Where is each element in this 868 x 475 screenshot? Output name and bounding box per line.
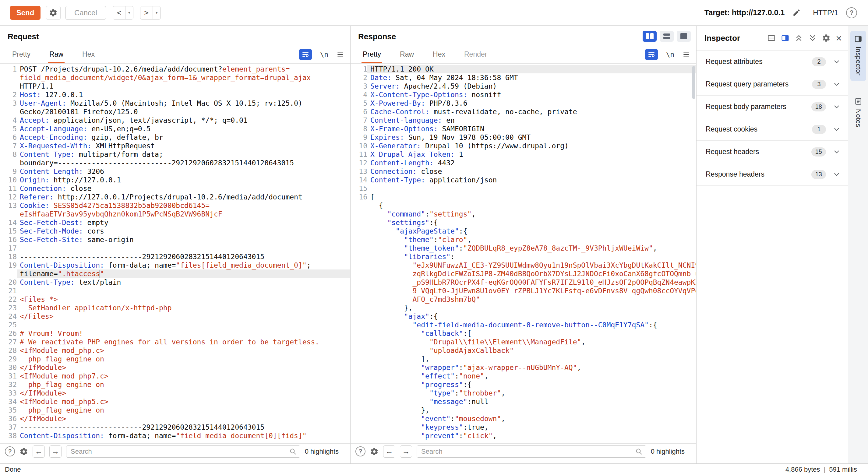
code-text[interactable] (367, 184, 696, 193)
code-line[interactable]: 28<IfModule mod_php.c> (0, 346, 350, 355)
send-button[interactable]: Send (10, 6, 40, 20)
code-text[interactable]: }, (367, 406, 696, 414)
code-text[interactable]: SetHandler application/x-httpd-php (17, 304, 350, 312)
layout-single-button[interactable] (677, 31, 691, 42)
layout-rows-button[interactable] (660, 31, 674, 42)
code-text[interactable]: "command":"settings", (367, 210, 696, 218)
tab-pretty[interactable]: Pretty (11, 45, 32, 63)
inspector-section-request-attributes[interactable]: Request attributes2 (696, 51, 848, 73)
code-line[interactable]: 36</IfModule> (0, 414, 350, 423)
request-search-input[interactable] (66, 445, 300, 457)
code-text[interactable]: X-Requested-With: XMLHttpRequest (17, 141, 350, 150)
code-line[interactable]: "uploadAjaxCallback" (350, 346, 696, 355)
code-line[interactable]: 21 (0, 287, 350, 295)
code-line[interactable]: "libraries": (350, 252, 696, 261)
edit-target-button[interactable] (793, 8, 801, 17)
response-editor[interactable]: 1HTTP/1.1 200 OK2Date: Sat, 04 May 2024 … (350, 64, 696, 443)
code-text[interactable]: zqRlkgDdlcFWZoISJP8-ZM40dBBQoOrbX7DYsLJ2… (367, 270, 696, 278)
back-button[interactable]: < (113, 6, 125, 19)
code-line[interactable]: 22<Files *> (0, 295, 350, 304)
code-text[interactable]: <Files *> (17, 295, 350, 304)
code-line[interactable]: 5X-Powered-By: PHP/8.3.6 (350, 99, 696, 107)
code-line[interactable]: 10Origin: http://127.0.0.1 (0, 176, 350, 184)
next-match-button[interactable]: → (49, 445, 62, 457)
code-text[interactable]: php_flag engine on (17, 380, 350, 389)
code-line[interactable]: AFQ_c7md3shm7bQ" (350, 295, 696, 304)
code-text[interactable]: <IfModule mod_php7.c> (17, 372, 350, 380)
code-line[interactable]: 4X-Content-Type-Options: nosniff (350, 90, 696, 99)
inspector-section-request-body-parameters[interactable]: Request body parameters18 (696, 96, 848, 118)
code-line[interactable]: field_media_document/widget/0&ajax_form=… (0, 73, 350, 82)
code-text[interactable]: }, (367, 304, 696, 312)
code-text[interactable]: </IfModule> (17, 389, 350, 398)
code-text[interactable]: Accept-Language: en-US,en;q=0.5 (17, 125, 350, 133)
collapse-all-button[interactable] (795, 34, 803, 42)
code-text[interactable]: "ajaxPageState":{ (367, 227, 696, 235)
code-line[interactable]: 14Sec-Fetch-Dest: empty (0, 218, 350, 227)
inspector-layout-columns-button[interactable] (781, 34, 789, 42)
code-text[interactable]: X-Powered-By: PHP/8.3.6 (367, 99, 696, 107)
code-text[interactable]: "ajax":{ (367, 312, 696, 321)
code-text[interactable]: -----------------------------29212920602… (17, 423, 350, 432)
code-line[interactable]: 19Content-Disposition: form-data; name="… (0, 261, 350, 270)
code-text[interactable]: HTTP/1.1 200 OK (367, 65, 696, 73)
code-line[interactable]: 16[ (350, 193, 696, 201)
code-text[interactable]: "keypress":true, (367, 423, 696, 432)
code-line[interactable]: 27# We reactivate PHP engines for all ve… (0, 338, 350, 346)
code-line[interactable]: 12Referer: http://127.0.0.1/Projects/dru… (0, 193, 350, 201)
code-line[interactable]: }, (350, 406, 696, 414)
response-search-input[interactable] (416, 445, 646, 457)
code-line[interactable]: 3Server: Apache/2.4.59 (Debian) (350, 82, 696, 90)
code-text[interactable]: Accept-Encoding: gzip, deflate, br (17, 133, 350, 141)
code-text[interactable]: X-Generator: Drupal 10 (https://www.drup… (367, 141, 696, 150)
code-line[interactable]: zqRlkgDdlcFWZoISJP8-ZM40dBBQoOrbX7DYsLJ2… (350, 270, 696, 278)
inspector-section-request-cookies[interactable]: Request cookies1 (696, 118, 848, 141)
code-text[interactable]: "type":"throbber", (367, 389, 696, 398)
code-line[interactable]: 1POST /Projects/drupal-10.2.6/media/add/… (0, 65, 350, 73)
code-text[interactable]: Date: Sat, 04 May 2024 18:36:58 GMT (367, 73, 696, 82)
code-text[interactable]: AFQ_c7md3shm7bQ" (367, 295, 696, 304)
code-text[interactable]: "message":null (367, 398, 696, 406)
tab-pretty[interactable]: Pretty (362, 45, 382, 63)
code-line[interactable]: 9Content-Length: 3206 (0, 167, 350, 176)
code-text[interactable]: Content-Length: 3206 (17, 167, 350, 176)
code-text[interactable]: { (367, 201, 696, 210)
code-line[interactable]: "ajaxPageState":{ (350, 227, 696, 235)
code-line[interactable]: 4Accept: application/json, text/javascri… (0, 116, 350, 125)
code-text[interactable]: "event":"mousedown", (367, 414, 696, 423)
code-line[interactable]: "message":null (350, 398, 696, 406)
code-text[interactable]: X-Drupal-Ajax-Token: 1 (367, 150, 696, 159)
inspector-close-button[interactable]: × (836, 33, 842, 43)
code-line[interactable]: 9Expires: Sun, 19 Nov 1978 05:00:00 GMT (350, 133, 696, 141)
tab-hex[interactable]: Hex (432, 45, 446, 63)
code-line[interactable]: "theme_token":"ZQDBULqR8_eypZ8eA78_8azcT… (350, 244, 696, 252)
code-text[interactable]: 9_VQqLf0-JjUEwn8U1ov0EY_rZPBLJ1Yc7KLFsfq… (367, 287, 696, 295)
code-text[interactable]: <IfModule mod_php.c> (17, 346, 350, 355)
code-line[interactable]: 13Connection: close (350, 167, 696, 176)
search-settings-button[interactable] (370, 447, 378, 456)
code-text[interactable]: Content-Disposition: form-data; name="fi… (17, 261, 350, 270)
code-line[interactable]: "event":"mousedown", (350, 414, 696, 423)
code-text[interactable]: Content-Length: 4432 (367, 159, 696, 167)
code-line[interactable]: }, (350, 304, 696, 312)
code-text[interactable]: boundary=---------------------------2921… (17, 159, 350, 167)
next-match-button[interactable]: → (400, 445, 412, 457)
code-text[interactable]: </IfModule> (17, 414, 350, 423)
code-text[interactable]: "theme":"claro", (367, 235, 696, 244)
code-line[interactable]: 1HTTP/1.1 200 OK (350, 65, 696, 73)
code-text[interactable]: "prevent":"click", (367, 432, 696, 440)
code-line[interactable]: ], (350, 355, 696, 363)
code-line[interactable]: filename=".htaccess" (0, 270, 350, 278)
search-help-icon[interactable]: ? (355, 446, 366, 456)
code-line[interactable]: 3User-Agent: Mozilla/5.0 (Macintosh; Int… (0, 99, 350, 107)
code-line[interactable]: 32 php_flag engine on (0, 380, 350, 389)
code-text[interactable]: [ (367, 193, 696, 201)
help-icon[interactable]: ? (846, 7, 857, 18)
code-line[interactable]: 2Host: 127.0.0.1 (0, 90, 350, 99)
search-help-icon[interactable]: ? (5, 446, 15, 456)
code-line[interactable]: 26# Vroum! Vroum! (0, 329, 350, 338)
code-text[interactable]: </IfModule> (17, 363, 350, 372)
code-line[interactable]: 11Connection: close (0, 184, 350, 193)
code-line[interactable]: "settings":{ (350, 218, 696, 227)
code-text[interactable]: Content-Type: multipart/form-data; (17, 150, 350, 159)
